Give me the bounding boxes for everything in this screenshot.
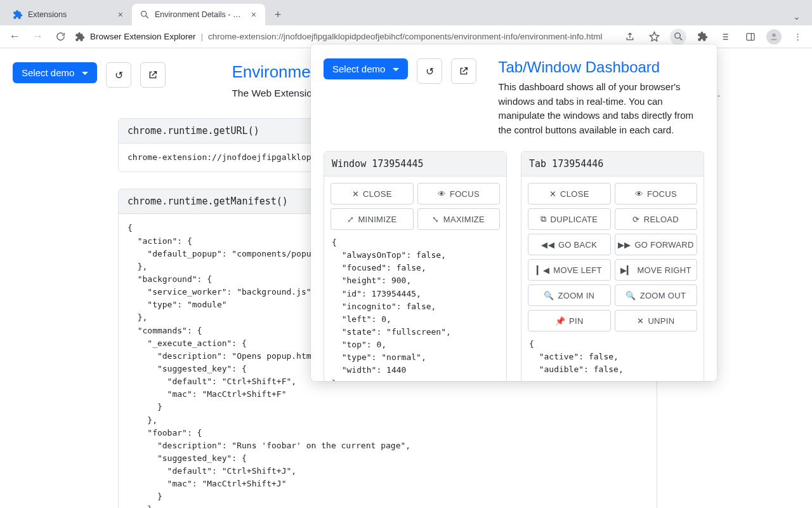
tab-zoomout-button[interactable]: 🔍ZOOM OUT	[615, 284, 698, 306]
undo-icon: ↺	[426, 65, 434, 77]
popup-title: Tab/Window Dashboard	[498, 58, 704, 76]
browser-chrome: Extensions × Environment Details - Brows…	[0, 0, 812, 48]
tab-pin-button[interactable]: 📌PIN	[528, 310, 611, 331]
new-tab-button[interactable]: +	[269, 6, 287, 23]
popup-description: This dashboard shows all of your browser…	[498, 80, 704, 137]
zoom-out-icon: 🔍	[625, 291, 636, 300]
close-icon[interactable]: ×	[117, 9, 124, 20]
svg-point-2	[674, 33, 680, 39]
select-demo-button[interactable]: Select demo	[324, 58, 408, 79]
address-bar[interactable]: Browser Extension Explorer | chrome-exte…	[75, 32, 615, 42]
window-card: Window 173954445 ✕CLOSE 👁FOCUS ⤢MINIMIZE…	[324, 151, 507, 381]
undo-icon: ↺	[115, 69, 123, 81]
duplicate-icon: ⧉	[540, 214, 546, 224]
extensions-icon[interactable]	[694, 29, 710, 45]
tab-json: { "active": false, "audible": false,	[521, 338, 704, 381]
maximize-icon: ⤡	[432, 215, 439, 224]
tab-card-header: Tab 173954446	[521, 152, 704, 177]
fastforward-icon: ▶▶	[618, 240, 631, 250]
tab-goback-button[interactable]: ◀◀GO BACK	[528, 234, 611, 255]
svg-point-6	[772, 33, 775, 36]
reload-button[interactable]	[52, 29, 69, 45]
window-json: { "alwaysOnTop": false, "focused": false…	[324, 236, 506, 381]
open-external-button[interactable]	[140, 62, 166, 88]
tab-strip: Extensions × Environment Details - Brows…	[0, 0, 812, 25]
back-button[interactable]: ←	[6, 29, 23, 45]
address-host: Browser Extension Explorer	[90, 32, 196, 41]
share-icon[interactable]	[622, 29, 638, 45]
tab-unpin-button[interactable]: ✕UNPIN	[615, 310, 698, 331]
window-maximize-button[interactable]: ⤡MAXIMIZE	[417, 208, 501, 230]
tab-close-button[interactable]: ✕CLOSE	[528, 183, 611, 204]
skip-left-icon: ▎◀	[537, 265, 550, 275]
close-icon: ✕	[352, 189, 359, 199]
tab-goforward-button[interactable]: ▶▶GO FORWARD	[615, 234, 698, 255]
minimize-icon: ⤢	[347, 215, 354, 224]
window-focus-button[interactable]: 👁FOCUS	[417, 183, 501, 204]
unpin-icon: ✕	[637, 316, 644, 326]
tab-moveright-button: ▶▎MOVE RIGHT	[615, 259, 698, 281]
reset-button[interactable]: ↺	[106, 62, 131, 88]
address-path: chrome-extension://jnofdoejfipgalklopidp…	[208, 32, 602, 41]
reading-list-icon[interactable]	[718, 29, 735, 45]
browser-tab[interactable]: Environment Details - Browser ×	[132, 4, 265, 25]
tab-reload-button[interactable]: ⟳RELOAD	[615, 208, 698, 230]
tab-card: Tab 173954446 ✕CLOSE 👁FOCUS ⧉DUPLICATE ⟳…	[521, 151, 704, 381]
window-minimize-button[interactable]: ⤢MINIMIZE	[331, 208, 414, 230]
rewind-icon: ◀◀	[541, 240, 554, 250]
reset-button[interactable]: ↺	[417, 58, 442, 84]
tab-duplicate-button[interactable]: ⧉DUPLICATE	[528, 208, 611, 230]
select-demo-button[interactable]: Select demo	[13, 62, 97, 83]
tab-zoomin-button[interactable]: 🔍ZOOM IN	[528, 284, 611, 306]
window-card-header: Window 173954445	[324, 152, 506, 177]
zoom-icon[interactable]	[670, 29, 686, 45]
eye-icon: 👁	[635, 189, 643, 199]
svg-point-0	[141, 11, 147, 17]
tab-focus-button[interactable]: 👁FOCUS	[615, 183, 698, 204]
svg-rect-4	[747, 33, 754, 40]
extension-icon	[75, 32, 85, 42]
star-icon[interactable]	[646, 29, 662, 45]
svg-line-1	[146, 16, 148, 18]
panel-icon[interactable]	[742, 29, 759, 45]
zoom-in-icon: 🔍	[544, 291, 554, 300]
browser-tab[interactable]: Extensions ×	[5, 4, 132, 25]
extension-popup: Select demo ↺ Tab/Window Dashboard This …	[311, 44, 717, 381]
kebab-menu-icon[interactable]: ⋮	[789, 29, 806, 45]
reload-icon: ⟳	[632, 215, 639, 224]
profile-avatar[interactable]	[766, 29, 782, 44]
skip-right-icon: ▶▎	[620, 265, 634, 275]
window-close-button[interactable]: ✕CLOSE	[331, 183, 414, 204]
eye-icon: 👁	[438, 189, 446, 199]
tab-title: Extensions	[28, 10, 112, 19]
forward-button[interactable]: →	[29, 29, 46, 45]
pin-icon: 📌	[555, 316, 565, 326]
chevron-down-icon[interactable]: ⌄	[787, 11, 807, 25]
tab-moveleft-button[interactable]: ▎◀MOVE LEFT	[528, 259, 611, 281]
close-icon: ✕	[549, 189, 556, 199]
external-link-icon	[148, 70, 158, 80]
open-external-button[interactable]	[451, 58, 476, 84]
puzzle-icon	[13, 10, 23, 20]
svg-line-3	[679, 38, 682, 41]
search-icon	[140, 10, 150, 20]
external-link-icon	[459, 66, 469, 76]
close-icon[interactable]: ×	[250, 9, 258, 20]
tab-title: Environment Details - Browser	[155, 10, 245, 19]
